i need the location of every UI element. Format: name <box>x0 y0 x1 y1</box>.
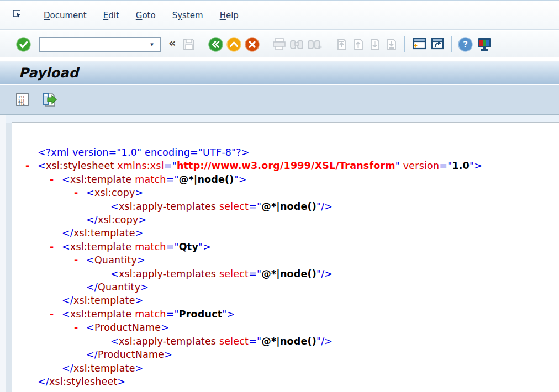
dropdown-arrow-icon[interactable]: ▾ <box>146 38 158 51</box>
find-button[interactable] <box>289 35 304 54</box>
menu-bar: DocumentEditGotoSystemHelp <box>0 0 559 30</box>
export-icon <box>41 92 57 107</box>
xml-line: -<Quantity> <box>12 253 559 267</box>
title-bar: Payload <box>0 61 559 84</box>
collapse-marker[interactable]: - <box>50 240 62 253</box>
collapse-marker[interactable]: - <box>25 159 38 172</box>
text-view-button[interactable]: TiT iTT TTi <box>15 93 29 107</box>
application-toolbar: TiT iTT TTi <box>0 85 559 115</box>
binoculars-plus-icon <box>307 38 323 51</box>
new-session-icon <box>411 37 426 51</box>
export-button[interactable] <box>41 92 57 107</box>
floppy-icon <box>182 38 196 51</box>
xml-line: -<xsl:copy> <box>12 186 559 199</box>
svg-text:?: ? <box>463 40 468 50</box>
text-view-icon: TiT iTT TTi <box>15 93 29 107</box>
create-shortcut-button[interactable] <box>430 35 445 54</box>
xml-line: </xsl:stylesheet> <box>12 375 559 388</box>
page-down-icon <box>368 38 382 51</box>
find-next-button[interactable] <box>307 35 323 54</box>
sap-window: DocumentEditGotoSystemHelp ▾ « <box>0 0 559 392</box>
menu-item-document[interactable]: Document <box>35 7 95 24</box>
collapse-marker[interactable]: - <box>74 186 86 199</box>
xml-line: <xsl:apply-templates select="@*|node()"/… <box>12 267 559 280</box>
previous-page-button[interactable] <box>352 35 365 54</box>
collapse-toolbar-icon[interactable]: « <box>168 36 176 50</box>
monitor-icon <box>476 37 493 52</box>
xml-line: -<xsl:template match="Qty"> <box>12 240 559 253</box>
xml-line: <xsl:apply-templates select="@*|node()"/… <box>12 200 559 213</box>
content-area: <?xml version="1.0" encoding="UTF-8"?>-<… <box>0 115 559 392</box>
xml-tree: <?xml version="1.0" encoding="UTF-8"?>-<… <box>12 146 559 388</box>
xml-line: </xsl:copy> <box>12 213 559 226</box>
page-first-icon <box>335 38 349 51</box>
xml-line: </xsl:template> <box>12 226 559 240</box>
first-page-button[interactable] <box>335 35 349 54</box>
toolbar-separator <box>202 36 202 52</box>
xml-viewer: <?xml version="1.0" encoding="UTF-8"?>-<… <box>12 122 559 392</box>
svg-text:TTi: TTi <box>18 102 25 106</box>
collapse-marker[interactable]: - <box>74 253 86 267</box>
customize-layout-button[interactable] <box>476 35 493 54</box>
check-icon <box>16 37 31 52</box>
xml-line: </Quantity> <box>12 280 559 294</box>
cancel-icon <box>245 37 260 52</box>
print-button[interactable] <box>272 35 286 54</box>
menu-item-system[interactable]: System <box>164 7 212 24</box>
menu-item-help[interactable]: Help <box>212 7 247 24</box>
help-icon: ? <box>458 37 473 52</box>
menu-item-edit[interactable]: Edit <box>95 7 128 24</box>
menu-item-goto[interactable]: Goto <box>128 7 164 24</box>
xml-line: </xsl:template> <box>12 362 559 375</box>
enter-button[interactable] <box>16 35 31 54</box>
command-field[interactable] <box>40 38 143 51</box>
xml-line: -<ProductName> <box>12 321 559 334</box>
binoculars-icon <box>289 38 304 51</box>
shortcut-icon <box>430 37 445 51</box>
toolbar-separator <box>451 36 452 52</box>
collapse-marker[interactable]: - <box>74 321 86 334</box>
collapse-marker[interactable]: - <box>50 173 62 186</box>
new-session-button[interactable] <box>411 35 426 54</box>
page-up-icon <box>352 38 365 51</box>
screen-menu-icon[interactable] <box>12 9 23 18</box>
page-last-icon <box>385 38 398 51</box>
toolbar-separator <box>35 93 35 107</box>
toolbar-separator <box>329 36 329 52</box>
left-margin <box>0 115 6 392</box>
xml-line: <xsl:apply-templates select="@*|node()"/… <box>12 335 559 348</box>
xml-line: </xsl:template> <box>12 294 559 307</box>
xml-line: <?xml version="1.0" encoding="UTF-8"?> <box>12 146 559 159</box>
back-icon <box>208 37 223 52</box>
toolbar-separator <box>404 36 405 52</box>
exit-icon <box>226 37 241 52</box>
xml-line: </ProductName> <box>12 348 559 361</box>
save-button[interactable] <box>182 35 196 54</box>
xml-line: -<xsl:template match="@*|node()"> <box>12 173 559 186</box>
cancel-button[interactable] <box>245 35 260 54</box>
printer-icon <box>272 38 286 51</box>
help-button[interactable]: ? <box>458 35 473 54</box>
exit-button[interactable] <box>226 35 241 54</box>
last-page-button[interactable] <box>385 35 398 54</box>
next-page-button[interactable] <box>368 35 382 54</box>
command-field-wrap: ▾ <box>39 37 161 52</box>
system-toolbar: ▾ « <box>0 31 559 57</box>
page-title: Payload <box>19 65 78 81</box>
toolbar-separator <box>266 36 266 52</box>
back-button[interactable] <box>208 35 223 54</box>
collapse-marker[interactable]: - <box>50 308 62 321</box>
menu-items: DocumentEditGotoSystemHelp <box>35 7 247 24</box>
xml-line: -<xsl:stylesheet xmlns:xsl="http://www.w… <box>12 159 559 172</box>
xml-line: -<xsl:template match="Product"> <box>12 308 559 321</box>
